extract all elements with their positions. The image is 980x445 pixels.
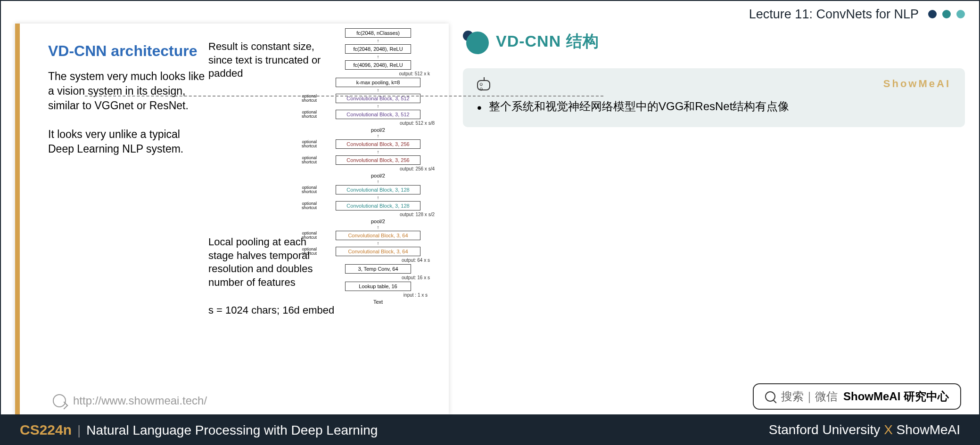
diagram-label: output: 256 x s/4 [400, 166, 435, 171]
course-subtitle: Natural Language Processing with Deep Le… [86, 423, 378, 438]
arrow-icon: ↑ [377, 242, 379, 245]
shortcut-label: optional shortcut [300, 202, 317, 210]
arrow-icon: ↑ [377, 55, 379, 59]
slide-paragraph: It looks very unlike a typical Deep Lear… [48, 127, 208, 156]
section-icon [463, 28, 489, 54]
section-title: VD-CNN 结构 [496, 31, 599, 52]
architecture-diagram: fc(2048, nClasses) ↑ fc(2048, 2048), ReL… [317, 28, 439, 305]
connector-line [85, 96, 603, 97]
page-header: Lecture 11: ConvNets for NLP [1, 1, 979, 24]
dot-icon [928, 10, 937, 18]
main-content: VD-CNN architecture The system very much… [1, 24, 979, 414]
diagram-label: output: 64 x s [402, 258, 430, 263]
info-box: ShowMeAI 整个系统和视觉神经网络模型中的VGG和ResNet结构有点像 [463, 68, 965, 127]
brand-name: ShowMeAI [897, 422, 960, 437]
diagram-label: pool/2 [371, 218, 385, 224]
bullet-text: 整个系统和视觉神经网络模型中的VGG和ResNet结构有点像 [477, 97, 951, 115]
diagram-label: output: 512 x s/8 [400, 121, 435, 126]
diagram-box: Convolutional Block, 3, 64 [336, 247, 420, 256]
slide-body: VD-CNN architecture The system very much… [20, 24, 449, 414]
robot-icon [477, 80, 490, 90]
diagram-box: Convolutional Block, 3, 128 [336, 185, 420, 194]
arrow-icon: ↑ [377, 39, 379, 43]
diagram-label: pool/2 [371, 173, 385, 178]
shortcut-label: optional shortcut [300, 110, 317, 119]
diagram-label: output: 512 x k [399, 71, 430, 76]
arrow-icon: ↑ [377, 196, 379, 200]
brand-label: ShowMeAI [883, 78, 951, 90]
annotation-text: s = 1024 chars; 16d embed [208, 304, 334, 317]
shortcut-label: optional shortcut [300, 156, 317, 164]
diagram-box: 3, Temp Conv, 64 [345, 264, 411, 274]
diagram-box: Convolutional Block, 3, 256 [336, 155, 420, 165]
lecture-title: Lecture 11: ConvNets for NLP [749, 7, 919, 22]
diagram-box: Convolutional Block, 3, 128 [336, 201, 420, 210]
diagram-box: k-max pooling, k=8 [336, 78, 420, 87]
diagram-box: fc(4096, 2048), ReLU [345, 60, 411, 70]
dot-icon [942, 10, 951, 18]
circle-icon [466, 32, 489, 54]
shortcut-label: optional shortcut [300, 231, 317, 240]
page-footer: CS224n | Natural Language Processing wit… [1, 414, 979, 445]
accent-bar [15, 24, 20, 414]
diagram-box: Convolutional Block, 3, 64 [336, 231, 420, 240]
url-text[interactable]: http://www.showmeai.tech/ [73, 394, 207, 407]
diagram-box: fc(2048, nClasses) [345, 28, 411, 38]
decorative-dots [928, 10, 965, 18]
arrow-icon: ↑ [377, 150, 379, 154]
diagram-label: output: 16 x s [402, 275, 430, 280]
arrow-icon: ↑ [377, 180, 379, 184]
arrow-icon: ↑ [377, 89, 379, 92]
diagram-label: input : 1 x s [404, 292, 428, 298]
shortcut-label: optional shortcut [300, 247, 317, 256]
diagram-box: Convolutional Block, 3, 512 [336, 110, 420, 119]
footer-left: CS224n | Natural Language Processing wit… [20, 422, 378, 438]
search-brand: ShowMeAI 研究中心 [843, 389, 949, 404]
arrow-icon: ↑ [377, 134, 379, 138]
footer-right: Stanford University X ShowMeAI [769, 422, 960, 437]
annotation-text: Result is constant size, since text is t… [208, 40, 326, 81]
arrow-icon: ↑ [377, 226, 379, 229]
section-header: VD-CNN 结构 [463, 28, 965, 54]
diagram-box: Convolutional Block, 3, 256 [336, 139, 420, 149]
diagram-label: output: 128 x s/2 [400, 212, 435, 217]
arrow-icon: ↑ [377, 105, 379, 108]
shortcut-label: optional shortcut [300, 186, 317, 194]
search-icon [765, 391, 775, 402]
diagram-box: Convolutional Block, 3, 512 [336, 94, 420, 103]
dot-icon [956, 10, 965, 18]
diagram-label: Text [373, 299, 383, 305]
separator-x: X [884, 422, 893, 437]
shortcut-label: optional shortcut [300, 140, 317, 148]
course-code: CS224n [20, 422, 72, 438]
annotation-text: Local pooling at each stage halves tempo… [208, 235, 326, 289]
diagram-box: fc(2048, 2048), ReLU [345, 44, 411, 54]
diagram-label: pool/2 [371, 127, 385, 133]
url-footer: http://www.showmeai.tech/ [53, 394, 207, 407]
cursor-icon [53, 394, 66, 407]
diagram-box: Lookup table, 16 [345, 282, 411, 291]
slide-panel: VD-CNN architecture The system very much… [15, 24, 449, 414]
university-name: Stanford University [769, 422, 881, 437]
divider-text: | [77, 423, 81, 438]
translation-panel: VD-CNN 结构 ShowMeAI 整个系统和视觉神经网络模型中的VGG和Re… [463, 24, 965, 414]
slide-paragraph: The system very much looks like a vision… [48, 69, 208, 113]
search-hint: 搜索｜微信 ShowMeAI 研究中心 [753, 383, 961, 410]
search-label: 搜索｜微信 [781, 389, 838, 404]
